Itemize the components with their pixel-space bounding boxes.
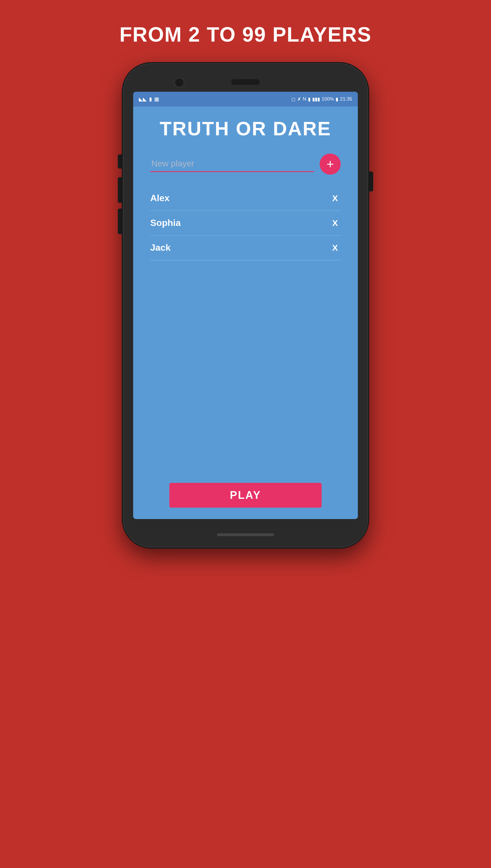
nfc-icon: N	[303, 96, 306, 102]
remove-player-alex[interactable]: X	[329, 192, 341, 204]
status-bar: ◣◣ ▮ ▩ ◻ ✗ N ▮ ▮▮▮ 100% ▮ 21:35	[133, 92, 358, 106]
input-row: +	[150, 154, 341, 175]
status-bar-left: ◣◣ ▮ ▩	[139, 96, 159, 102]
add-player-button[interactable]: +	[320, 154, 341, 175]
status-bar-right: ◻ ✗ N ▮ ▮▮▮ 100% ▮ 21:35	[291, 96, 352, 102]
earpiece-speaker	[231, 79, 260, 85]
volume-up-button	[118, 177, 122, 203]
mute-icon: ▮	[308, 96, 311, 102]
time-label: 21:35	[340, 96, 352, 102]
cast-status-icon: ◻	[291, 96, 295, 102]
signal-icon: ◣◣	[139, 96, 147, 102]
player-name-alex: Alex	[150, 193, 170, 204]
player-row: Jack X	[150, 236, 341, 260]
remove-player-sophia[interactable]: X	[329, 217, 341, 229]
player-name-jack: Jack	[150, 242, 171, 253]
chat-icon: ▩	[154, 96, 159, 102]
player-row: Alex X	[150, 186, 341, 211]
battery-label: 100%	[322, 96, 334, 102]
battery-icon: ▮	[336, 96, 338, 102]
volume-down-button	[118, 209, 122, 234]
player-name-sophia: Sophia	[150, 218, 181, 228]
player-row: Sophia X	[150, 211, 341, 236]
app-title: TRUTH OR DARE	[160, 118, 331, 139]
volume-silent-button	[118, 154, 122, 168]
signal-bars-icon: ▮▮▮	[312, 96, 320, 102]
front-camera	[174, 78, 184, 88]
new-player-input[interactable]	[150, 156, 314, 172]
power-button	[369, 172, 373, 191]
remove-player-jack[interactable]: X	[329, 242, 341, 254]
phone-device: ◣◣ ▮ ▩ ◻ ✗ N ▮ ▮▮▮ 100% ▮ 21:35 TRUTH OR…	[123, 63, 368, 548]
page-heading: FROM 2 TO 99 PLAYERS	[119, 23, 372, 46]
play-button[interactable]: PLAY	[169, 483, 322, 508]
home-bar	[217, 533, 274, 536]
phone-screen: ◣◣ ▮ ▩ ◻ ✗ N ▮ ▮▮▮ 100% ▮ 21:35 TRUTH OR…	[133, 92, 358, 519]
app-content: TRUTH OR DARE + Alex X Sophia X Jack X	[133, 106, 358, 519]
players-list: Alex X Sophia X Jack X	[150, 186, 341, 260]
bluetooth-icon: ✗	[297, 96, 301, 102]
cast-icon: ▮	[149, 96, 152, 102]
